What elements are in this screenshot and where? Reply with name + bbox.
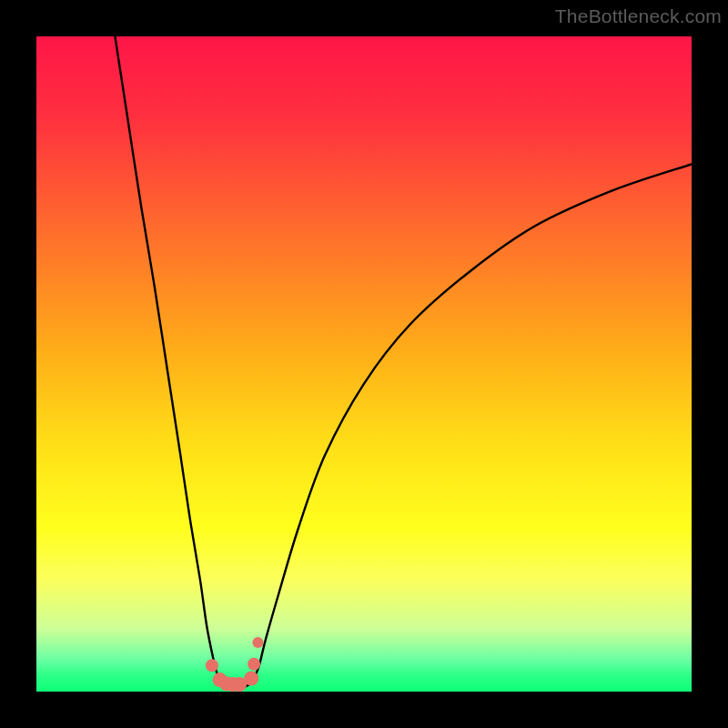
valley-marker (244, 672, 258, 686)
right-branch-curve (253, 164, 692, 682)
chart-root: TheBottleneck.com (0, 0, 728, 728)
curve-layer (36, 36, 692, 692)
valley-marker (248, 658, 260, 671)
watermark-text: TheBottleneck.com (555, 5, 722, 27)
valley-marker (206, 659, 218, 672)
valley-marker-group (206, 637, 263, 692)
plot-area (36, 36, 692, 692)
valley-marker (252, 637, 263, 648)
left-branch-curve (115, 36, 219, 682)
